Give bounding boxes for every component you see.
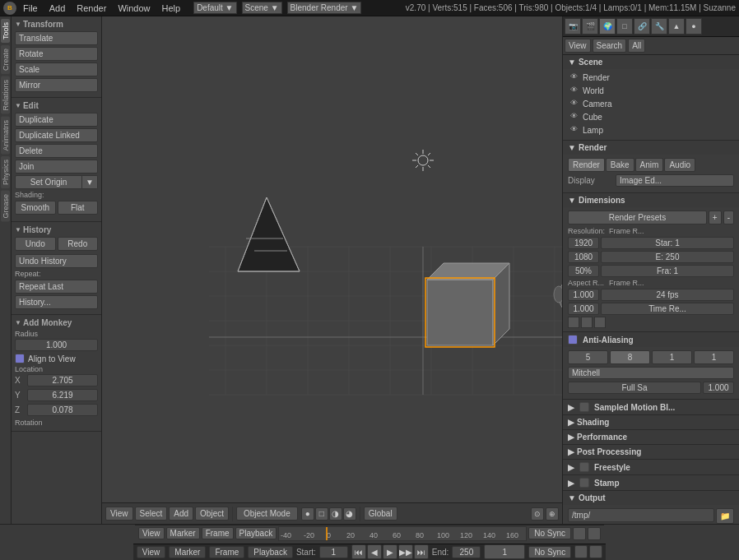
translate-btn[interactable]: Translate — [15, 31, 98, 45]
tab-icon-material[interactable]: ● — [686, 18, 702, 35]
undo-btn[interactable]: Undo — [15, 237, 56, 251]
scene-eye-world[interactable]: 👁 — [570, 86, 580, 95]
render-header[interactable]: ▼ Render — [563, 141, 739, 155]
star1-field[interactable]: Star: 1 — [601, 237, 734, 249]
set-origin-arrow[interactable]: ▼ — [82, 175, 98, 189]
sound-btn2[interactable] — [588, 527, 601, 540]
engine-selector[interactable]: Blender Render ▼ — [287, 2, 362, 14]
presets-add-btn[interactable]: + — [709, 211, 722, 224]
jump-end-btn[interactable]: ⏭ — [414, 544, 429, 559]
motion-blur-checkbox[interactable] — [579, 402, 589, 412]
end-field[interactable] — [452, 546, 481, 558]
layout-selector[interactable]: Default ▼ — [193, 2, 236, 14]
object-mode-btn[interactable]: Object Mode — [236, 507, 298, 521]
display-field[interactable]: Image Ed... — [616, 174, 734, 187]
dimensions-header[interactable]: ▼ Dimensions — [563, 193, 739, 207]
timeline-view-btn[interactable]: View — [138, 527, 165, 539]
tab-icon-world[interactable]: 🌍 — [599, 18, 616, 35]
scene-eye-camera[interactable]: 👁 — [570, 99, 580, 109]
render-tab-render[interactable]: Render — [568, 158, 605, 172]
scene-eye-lamp[interactable]: 👁 — [570, 125, 580, 135]
sound-btn1[interactable] — [573, 527, 586, 540]
sync-icon1[interactable] — [574, 545, 588, 558]
x-field[interactable]: 2.705 — [27, 374, 98, 386]
render-tab-anim[interactable]: Anim — [635, 158, 664, 172]
z-field[interactable]: 0.078 — [27, 404, 98, 416]
all-btn[interactable]: All — [628, 39, 645, 53]
viewport-wire-icon[interactable]: □ — [315, 507, 328, 521]
e250-field[interactable]: E: 250 — [601, 251, 734, 263]
y-field[interactable]: 6.219 — [27, 389, 98, 401]
tab-icon-object[interactable]: □ — [616, 18, 633, 35]
menu-window[interactable]: Window — [113, 2, 155, 15]
menu-add[interactable]: Add — [44, 2, 71, 15]
step-forward-btn[interactable]: ▶▶ — [398, 544, 413, 559]
search-btn[interactable]: Search — [593, 39, 627, 53]
jump-start-btn[interactable]: ⏮ — [351, 544, 366, 559]
tab-create[interactable]: Create — [1, 45, 10, 74]
aa-btn-5[interactable]: 5 — [568, 350, 608, 364]
aa-btn-1[interactable]: 1 — [652, 350, 692, 364]
tab-physics[interactable]: Physics — [1, 156, 10, 188]
tab-relations[interactable]: Relations — [1, 76, 10, 114]
presets-remove-btn[interactable]: - — [723, 211, 734, 224]
fra1-field[interactable]: Fra: 1 — [601, 265, 734, 277]
aspect-y-field[interactable]: 1.000 — [568, 303, 599, 315]
viewport-object-btn[interactable]: Object — [195, 507, 229, 521]
scene-eye-cube[interactable]: 👁 — [570, 112, 580, 122]
frame-btn-bottom[interactable]: Frame — [209, 546, 244, 558]
timeline-ruler[interactable]: -40 -20 0 20 40 60 80 100 120 140 160 18… — [278, 526, 527, 541]
performance-header[interactable]: ▶ Performance — [563, 430, 739, 444]
viewport-add-btn[interactable]: Add — [169, 507, 193, 521]
menu-file[interactable]: File — [18, 2, 43, 15]
step-btn[interactable] — [581, 317, 593, 328]
set-origin-btn[interactable]: Set Origin — [15, 175, 82, 189]
render-presets-btn[interactable]: Render Presets — [568, 211, 707, 224]
height-field[interactable]: 1080 — [568, 251, 599, 263]
full-sa-field[interactable]: Full Sa — [568, 382, 701, 394]
render-tab-bake[interactable]: Bake — [606, 158, 634, 172]
radius-field[interactable]: 1.000 — [15, 339, 98, 351]
stamp-header[interactable]: ▶ Stamp — [563, 475, 739, 490]
fps-field[interactable]: 24 fps — [601, 289, 734, 301]
play-btn[interactable] — [568, 317, 579, 328]
menu-help[interactable]: Help — [157, 2, 186, 15]
output-browse-btn[interactable]: 📁 — [716, 508, 734, 524]
redo-btn[interactable]: Redo — [58, 237, 99, 251]
aa-checkbox[interactable] — [568, 335, 578, 345]
rotate-btn[interactable]: Rotate — [15, 47, 98, 61]
join-btn[interactable]: Join — [15, 160, 98, 174]
proportional-icon[interactable]: ⊕ — [546, 507, 559, 521]
step2-btn[interactable] — [594, 317, 606, 328]
flat-btn[interactable]: Flat — [58, 201, 99, 215]
mirror-btn[interactable]: Mirror — [15, 78, 98, 92]
view-btn-bottom[interactable]: View — [137, 546, 166, 558]
aa-filter-field[interactable]: Mitchell — [568, 367, 734, 379]
tab-icon-modifiers[interactable]: 🔧 — [651, 18, 667, 35]
playback-btn-bottom[interactable]: Playback — [248, 546, 293, 558]
scene-selector[interactable]: Scene ▼ — [242, 2, 282, 14]
percent-field[interactable]: 50% — [568, 265, 599, 277]
duplicate-btn[interactable]: Duplicate — [15, 113, 98, 127]
align-to-view-checkbox[interactable] — [15, 354, 25, 363]
tab-icon-render[interactable]: 📷 — [565, 18, 581, 35]
undo-history-btn[interactable]: Undo History — [15, 254, 98, 268]
render-tab-audio[interactable]: Audio — [664, 158, 695, 172]
play-btn-bottom[interactable]: ▶ — [383, 544, 397, 559]
timeline-frame-btn[interactable]: Frame — [202, 527, 234, 539]
scene-header[interactable]: ▼ Scene — [563, 55, 739, 69]
repeat-last-btn[interactable]: Repeat Last — [15, 280, 98, 294]
viewport-view-btn[interactable]: View — [105, 507, 133, 521]
tab-grease-pencil[interactable]: Grease — [1, 191, 10, 222]
aa-header[interactable]: Anti-Aliasing — [563, 332, 739, 347]
viewport[interactable]: User Persp — [102, 16, 562, 524]
timeline-playback-btn[interactable]: Playback — [235, 527, 277, 539]
current-frame-display[interactable]: 1 — [484, 544, 525, 559]
aa-btn-1b[interactable]: 1 — [694, 350, 734, 364]
smooth-btn[interactable]: Smooth — [15, 201, 56, 215]
output-path-input[interactable]: /tmp/ — [568, 508, 714, 522]
scene-eye-render[interactable]: 👁 — [570, 72, 580, 82]
freestyle-checkbox[interactable] — [579, 462, 589, 472]
freestyle-header[interactable]: ▶ Freestyle — [563, 460, 739, 474]
tab-tools[interactable]: Tools — [1, 19, 10, 43]
